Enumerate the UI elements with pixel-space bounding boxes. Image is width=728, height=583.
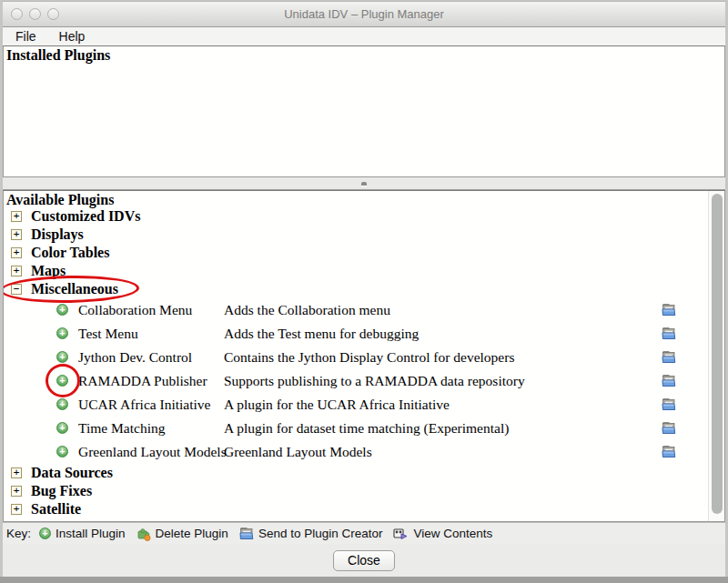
install-plugin-icon[interactable] [56, 398, 68, 410]
install-plugin-icon [39, 528, 51, 539]
footer-bar: Close [3, 544, 725, 578]
key-delete-label: Delete Plugin [156, 527, 228, 540]
category-color-tables[interactable]: + Color Tables [4, 244, 724, 262]
window-frame-bottom [0, 577, 728, 583]
category-label: Color Tables [31, 245, 109, 261]
send-to-plugin-creator-icon[interactable] [662, 397, 676, 411]
send-to-plugin-creator-icon[interactable] [662, 374, 676, 387]
installed-plugins-panel: Installed Plugins [3, 45, 725, 177]
plugin-description: Greenland Layout Models [224, 440, 372, 464]
plugin-description: Adds the Test menu for debugging [224, 322, 419, 346]
category-maps[interactable]: + Maps [4, 262, 724, 280]
plugin-row-test-menu[interactable]: Test Menu Adds the Test menu for debuggi… [4, 322, 724, 346]
send-to-plugin-creator-icon[interactable] [662, 350, 676, 364]
panel-splitter[interactable] [3, 177, 725, 190]
category-label: Customized IDVs [31, 208, 140, 225]
key-view-label: View Contents [413, 527, 492, 540]
installed-plugins-header: Installed Plugins [4, 46, 724, 63]
plugin-manager-window: Unidata IDV – Plugin Manager File Help I… [3, 1, 725, 577]
install-plugin-icon[interactable] [56, 327, 68, 339]
category-label: Bug Fixes [31, 483, 92, 499]
category-label: Data Sources [31, 465, 113, 481]
send-to-plugin-creator-icon[interactable] [662, 303, 676, 317]
plugin-row-time-matching[interactable]: Time Matching A plugin for dataset time … [4, 417, 724, 440]
send-to-plugin-creator-icon [239, 527, 254, 540]
expand-icon[interactable]: + [11, 247, 22, 258]
close-button[interactable]: Close [333, 550, 395, 571]
key-send-label: Send to Plugin Creator [258, 527, 383, 540]
send-to-plugin-creator-icon[interactable] [662, 421, 676, 435]
install-plugin-icon[interactable] [56, 375, 68, 387]
install-plugin-icon[interactable] [56, 422, 68, 434]
available-plugins-header: Available Plugins [4, 191, 724, 207]
category-customized-idvs[interactable]: + Customized IDVs [4, 207, 724, 226]
plugin-name: Greenland Layout Models [78, 440, 227, 464]
key-bar: Key: Install Plugin Delete Plugin Send t… [3, 522, 725, 544]
expand-icon[interactable]: + [11, 467, 22, 478]
collapse-icon[interactable]: − [11, 284, 22, 295]
available-plugins-panel: Available Plugins + Customized IDVs + Di… [3, 190, 725, 522]
category-label: Displays [31, 226, 84, 243]
install-plugin-icon[interactable] [56, 304, 68, 316]
plugin-description: Contains the Jython Display Control for … [224, 346, 514, 369]
expand-icon[interactable]: + [11, 486, 22, 497]
splitter-grip-icon[interactable] [361, 182, 367, 186]
plugin-description: A plugin for the UCAR Africa Initiative [224, 393, 450, 417]
send-to-plugin-creator-icon[interactable] [662, 445, 676, 458]
menu-help[interactable]: Help [57, 29, 87, 44]
category-satellite[interactable]: + Satellite [4, 500, 724, 518]
expand-icon[interactable]: + [11, 266, 22, 276]
vertical-scrollbar[interactable] [708, 191, 724, 521]
category-miscellaneous[interactable]: − Miscellaneous [4, 280, 724, 298]
plugin-row-ramadda-publisher[interactable]: RAMADDA Publisher Supports publishing to… [4, 369, 724, 393]
install-plugin-icon[interactable] [56, 446, 68, 457]
send-to-plugin-creator-icon[interactable] [662, 327, 676, 340]
plugin-description: A plugin for dataset time matching (Expe… [224, 417, 509, 440]
plugin-name: Test Menu [78, 322, 138, 346]
category-displays[interactable]: + Displays [4, 226, 724, 244]
plugin-name: Jython Dev. Control [78, 346, 192, 369]
view-contents-icon [393, 527, 409, 541]
plugin-description: Adds the Collaboration menu [224, 298, 390, 322]
plugin-name: Collaboration Menu [78, 298, 192, 322]
key-label: Key: [6, 527, 31, 540]
plugin-row-jython-dev-control[interactable]: Jython Dev. Control Contains the Jython … [4, 346, 724, 369]
scrollbar-thumb[interactable] [712, 194, 723, 514]
expand-icon[interactable]: + [11, 229, 22, 240]
category-data-sources[interactable]: + Data Sources [4, 464, 724, 482]
category-label: Miscellaneous [31, 281, 118, 297]
plugin-name: Time Matching [78, 417, 165, 440]
plugin-row-greenland-layout-models[interactable]: Greenland Layout Models Greenland Layout… [4, 440, 724, 464]
category-bug-fixes[interactable]: + Bug Fixes [4, 482, 724, 500]
category-label: Maps [31, 263, 66, 279]
plugin-row-ucar-africa-initiative[interactable]: UCAR Africa Initiative A plugin for the … [4, 393, 724, 417]
expand-icon[interactable]: + [11, 211, 22, 222]
menu-bar: File Help [3, 27, 725, 45]
plugin-name: RAMADDA Publisher [78, 369, 207, 393]
category-label: Satellite [31, 501, 81, 518]
menu-file[interactable]: File [14, 29, 38, 44]
window-title: Unidata IDV – Plugin Manager [3, 7, 725, 21]
expand-icon[interactable]: + [11, 504, 22, 515]
plugin-row-collaboration-menu[interactable]: Collaboration Menu Adds the Collaboratio… [4, 298, 724, 322]
title-bar[interactable]: Unidata IDV – Plugin Manager [3, 2, 725, 27]
key-install-label: Install Plugin [56, 527, 126, 540]
plugin-name: UCAR Africa Initiative [78, 393, 211, 417]
delete-plugin-icon [136, 527, 151, 541]
plugin-description: Supports publishing to a RAMADDA data re… [224, 369, 525, 393]
install-plugin-icon[interactable] [56, 351, 68, 363]
